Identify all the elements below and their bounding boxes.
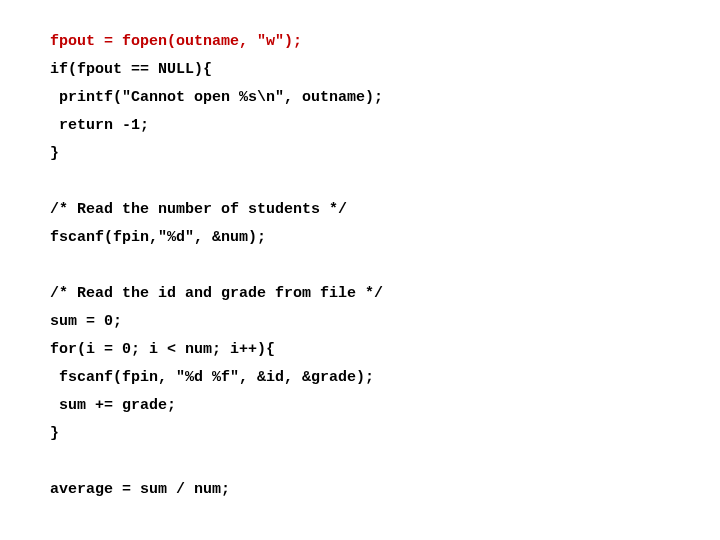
code-line [50, 448, 670, 476]
code-line: fscanf(fpin,"%d", &num); [50, 224, 670, 252]
code-line: } [50, 420, 670, 448]
code-block: fpout = fopen(outname, "w"); if(fpout ==… [0, 0, 720, 532]
code-line: printf("Cannot open %s\n", outname); [50, 84, 670, 112]
code-line: /* Read the id and grade from file */ [50, 280, 670, 308]
code-line [50, 252, 670, 280]
code-line: } [50, 140, 670, 168]
code-line: return -1; [50, 112, 670, 140]
code-line: if(fpout == NULL){ [50, 56, 670, 84]
code-line: fpout = fopen(outname, "w"); [50, 28, 670, 56]
code-line: for(i = 0; i < num; i++){ [50, 336, 670, 364]
code-line: /* Read the number of students */ [50, 196, 670, 224]
code-line [50, 168, 670, 196]
code-line: sum = 0; [50, 308, 670, 336]
code-line: average = sum / num; [50, 476, 670, 504]
code-line: sum += grade; [50, 392, 670, 420]
code-line: fscanf(fpin, "%d %f", &id, &grade); [50, 364, 670, 392]
